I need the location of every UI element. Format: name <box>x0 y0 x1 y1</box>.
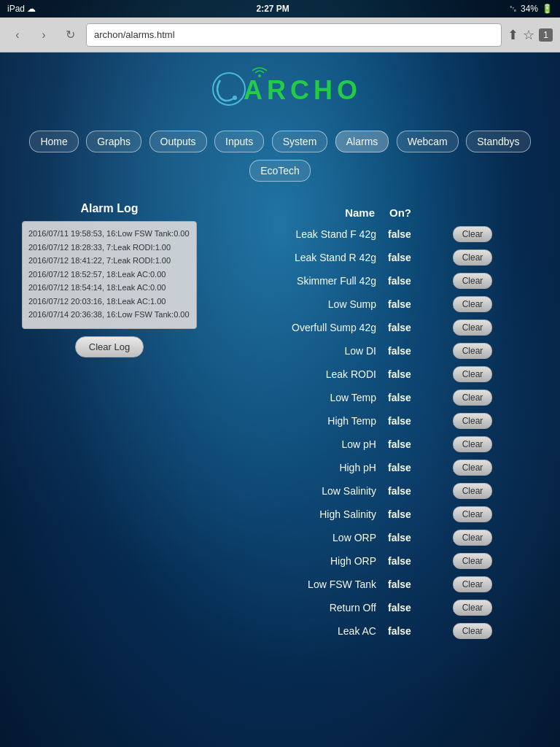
browser-bar: ‹ › ↻ archon/alarms.html ⬆ ☆ 1 <box>0 18 560 53</box>
alarm-row-4: Overfull Sump 42gfalseClear <box>211 317 538 338</box>
alarm-value-14: false <box>382 550 447 572</box>
alarm-value-6: false <box>382 363 447 385</box>
nav-alarms[interactable]: Alarms <box>335 131 389 152</box>
nav-row-1: Home Graphs Outputs Inputs System Alarms… <box>0 128 560 155</box>
status-right: ␗ 34% 🔋 <box>510 4 553 14</box>
alarm-clear-button-14[interactable]: Clear <box>453 553 493 569</box>
alarms-table: Name On? Leak Stand F 42gfalseClearLeak … <box>211 202 538 643</box>
svg-text:ARCHON: ARCHON <box>244 75 360 105</box>
alarm-name-17: Leak AC <box>211 620 382 642</box>
url-text: archon/alarms.html <box>94 29 175 40</box>
clear-log-button[interactable]: Clear Log <box>75 336 144 357</box>
address-bar[interactable]: archon/alarms.html <box>86 23 502 47</box>
alarm-clear-cell-8: Clear <box>447 410 538 432</box>
alarm-clear-cell-6: Clear <box>447 363 538 385</box>
alarm-name-4: Overfull Sump 42g <box>211 317 382 338</box>
alarm-name-2: Skimmer Full 42g <box>211 270 382 292</box>
alarm-clear-cell-11: Clear <box>447 480 538 502</box>
alarm-row-15: Low FSW TankfalseClear <box>211 573 538 595</box>
share-button[interactable]: ⬆ <box>508 27 518 43</box>
alarm-value-10: false <box>382 457 447 479</box>
alarm-clear-button-17[interactable]: Clear <box>453 623 493 639</box>
logo-svg: ARCHON <box>200 67 360 111</box>
bookmark-button[interactable]: ☆ <box>523 27 534 43</box>
alarm-clear-button-1[interactable]: Clear <box>453 249 493 266</box>
alarm-row-14: High ORPfalseClear <box>211 550 538 572</box>
alarm-value-11: false <box>382 480 447 502</box>
reload-button[interactable]: ↻ <box>60 25 80 45</box>
alarm-name-7: Low Temp <box>211 387 382 409</box>
alarm-row-16: Return OfffalseClear <box>211 597 538 619</box>
tab-count[interactable]: 1 <box>539 28 553 42</box>
alarm-clear-button-13[interactable]: Clear <box>453 530 493 546</box>
alarm-name-11: Low Salinity <box>211 480 382 502</box>
browser-actions: ⬆ ☆ 1 <box>508 27 553 43</box>
svg-point-1 <box>233 96 237 100</box>
alarm-clear-button-4[interactable]: Clear <box>453 320 493 336</box>
alarm-row-6: Leak RODIfalseClear <box>211 363 538 385</box>
alarm-clear-button-9[interactable]: Clear <box>453 436 493 452</box>
battery-level: 34% <box>521 4 538 14</box>
alarm-value-0: false <box>382 223 447 245</box>
alarm-clear-button-2[interactable]: Clear <box>453 273 493 289</box>
alarm-clear-button-8[interactable]: Clear <box>453 413 493 429</box>
alarm-log-entry-1: 2016/07/12 18:28:33, 7:Leak RODI:1.00 <box>28 241 190 254</box>
alarm-clear-button-11[interactable]: Clear <box>453 483 493 499</box>
alarm-clear-cell-5: Clear <box>447 340 538 362</box>
nav-graphs[interactable]: Graphs <box>86 131 141 152</box>
alarm-row-11: Low SalinityfalseClear <box>211 480 538 502</box>
alarm-clear-button-10[interactable]: Clear <box>453 460 493 476</box>
alarm-log-box: 2016/07/11 19:58:53, 16:Low FSW Tank:0.0… <box>22 221 197 329</box>
alarm-name-15: Low FSW Tank <box>211 573 382 595</box>
alarm-value-2: false <box>382 270 447 292</box>
alarm-name-3: Low Sump <box>211 293 382 315</box>
nav-outputs[interactable]: Outputs <box>149 131 207 152</box>
alarm-clear-button-0[interactable]: Clear <box>453 226 493 242</box>
bluetooth-icon: ␗ <box>510 4 517 14</box>
alarm-clear-button-3[interactable]: Clear <box>453 296 493 312</box>
alarm-clear-cell-0: Clear <box>447 223 538 245</box>
alarm-row-13: Low ORPfalseClear <box>211 527 538 549</box>
alarm-clear-cell-15: Clear <box>447 573 538 595</box>
alarm-value-17: false <box>382 620 447 642</box>
alarm-log-title: Alarm Log <box>22 202 197 215</box>
alarm-clear-button-6[interactable]: Clear <box>453 366 493 382</box>
alarm-row-9: Low pHfalseClear <box>211 433 538 455</box>
alarm-clear-button-5[interactable]: Clear <box>453 343 493 359</box>
alarm-row-3: Low SumpfalseClear <box>211 293 538 315</box>
alarm-value-5: false <box>382 340 447 362</box>
alarm-value-8: false <box>382 410 447 432</box>
nav-standbys[interactable]: Standbys <box>466 131 530 152</box>
alarm-log-entry-3: 2016/07/12 18:52:57, 18:Leak AC:0.00 <box>28 268 190 281</box>
alarm-row-5: Low DIfalseClear <box>211 340 538 362</box>
alarms-section: Name On? Leak Stand F 42gfalseClearLeak … <box>211 202 538 643</box>
alarm-name-9: Low pH <box>211 433 382 455</box>
alarm-name-8: High Temp <box>211 410 382 432</box>
forward-button[interactable]: › <box>34 25 54 45</box>
alarm-log-entry-5: 2016/07/12 20:03:16, 18:Leak AC:1.00 <box>28 295 190 308</box>
alarm-clear-cell-3: Clear <box>447 293 538 315</box>
alarm-clear-cell-16: Clear <box>447 597 538 619</box>
nav-inputs[interactable]: Inputs <box>214 131 264 152</box>
alarm-row-12: High SalinityfalseClear <box>211 503 538 525</box>
alarm-name-13: Low ORP <box>211 527 382 549</box>
alarm-clear-cell-12: Clear <box>447 503 538 525</box>
alarm-clear-button-16[interactable]: Clear <box>453 600 493 616</box>
nav-home[interactable]: Home <box>29 131 78 152</box>
alarm-clear-button-15[interactable]: Clear <box>453 576 493 592</box>
alarm-name-10: High pH <box>211 457 382 479</box>
alarm-clear-button-12[interactable]: Clear <box>453 506 493 522</box>
nav-ecotech[interactable]: EcoTech <box>249 160 311 182</box>
alarm-name-0: Leak Stand F 42g <box>211 223 382 245</box>
back-button[interactable]: ‹ <box>7 25 28 45</box>
alarm-log-entry-6: 2016/07/14 20:36:38, 16:Low FSW Tank:0.0… <box>28 309 190 321</box>
battery-icon: 🔋 <box>542 4 553 14</box>
nav-webcam[interactable]: Webcam <box>397 131 459 152</box>
alarm-value-9: false <box>382 433 447 455</box>
page-content: ARCHON Home Graphs Outputs Inputs System… <box>0 53 560 658</box>
nav-system[interactable]: System <box>272 131 328 152</box>
alarm-clear-cell-2: Clear <box>447 270 538 292</box>
alarm-clear-button-7[interactable]: Clear <box>453 390 493 406</box>
alarm-name-5: Low DI <box>211 340 382 362</box>
alarm-value-7: false <box>382 387 447 409</box>
